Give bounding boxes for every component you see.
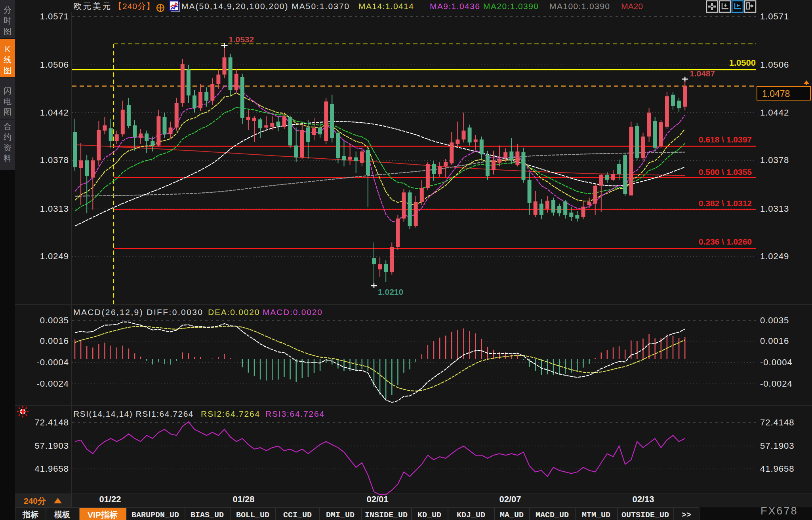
svg-text:1.0378: 1.0378 — [760, 155, 789, 165]
svg-text:闪: 闪 — [4, 86, 11, 95]
svg-text:合: 合 — [4, 122, 11, 131]
svg-text:1.0249: 1.0249 — [40, 251, 69, 261]
svg-text:72.4148: 72.4148 — [760, 418, 795, 427]
svg-text:MTM_UD: MTM_UD — [582, 511, 610, 520]
svg-text:57.1903: 57.1903 — [760, 441, 795, 451]
svg-text:BOLL_UD: BOLL_UD — [236, 511, 269, 520]
svg-text:1.0571: 1.0571 — [40, 11, 69, 21]
svg-text:1.0249: 1.0249 — [760, 251, 789, 261]
svg-text:MA20:1.0390: MA20:1.0390 — [483, 2, 539, 11]
svg-text:1.0442: 1.0442 — [40, 108, 69, 118]
svg-text:1.0442: 1.0442 — [760, 108, 789, 118]
svg-text:图: 图 — [4, 108, 11, 116]
svg-text:RSI(14,14,14) RSI1:64.7264: RSI(14,14,14) RSI1:64.7264 — [73, 409, 194, 418]
svg-text:1.0378: 1.0378 — [40, 155, 69, 165]
svg-text:MA20: MA20 — [621, 2, 643, 11]
svg-text:MACD_UD: MACD_UD — [536, 511, 569, 520]
svg-text:-0.0004: -0.0004 — [760, 357, 793, 367]
svg-text:DMI_UD: DMI_UD — [326, 511, 355, 520]
svg-text:02/13: 02/13 — [632, 494, 654, 504]
svg-text:电: 电 — [4, 97, 11, 106]
svg-text:1.0487: 1.0487 — [690, 69, 715, 78]
svg-text:72.4148: 72.4148 — [34, 418, 69, 427]
svg-text:02/01: 02/01 — [366, 494, 388, 504]
svg-text:BARUPDN_UD: BARUPDN_UD — [132, 511, 179, 520]
svg-text:41.9658: 41.9658 — [760, 464, 795, 474]
svg-text:MACD:0.0020: MACD:0.0020 — [263, 307, 323, 317]
svg-text:1.0478: 1.0478 — [762, 89, 790, 99]
svg-text:分: 分 — [4, 6, 11, 14]
svg-text:【240分】: 【240分】 — [114, 2, 155, 11]
svg-text:指标: 指标 — [22, 510, 38, 519]
svg-text:MA(50,14,9,20,100,200) MA50:1.: MA(50,14,9,20,100,200) MA50:1.0370 — [181, 2, 350, 11]
svg-text:01/28: 01/28 — [233, 494, 254, 504]
svg-text:MA_UD: MA_UD — [500, 511, 524, 520]
svg-text:时: 时 — [4, 16, 11, 25]
svg-text:0.236 \ 1.0260: 0.236 \ 1.0260 — [699, 237, 752, 246]
svg-text:INSIDE_UD: INSIDE_UD — [365, 511, 408, 520]
svg-text:欧元美元: 欧元美元 — [73, 2, 112, 11]
svg-text:1.0506: 1.0506 — [760, 60, 789, 70]
svg-text:>>: >> — [682, 511, 691, 520]
svg-text:MACD(26,12,9) DIFF:0.0030: MACD(26,12,9) DIFF:0.0030 — [73, 307, 203, 317]
svg-text:41.9658: 41.9658 — [34, 464, 69, 474]
svg-text:BIAS_UD: BIAS_UD — [191, 511, 224, 520]
svg-text:资: 资 — [4, 143, 11, 152]
svg-text:1.0313: 1.0313 — [760, 204, 789, 214]
svg-text:1.0571: 1.0571 — [760, 11, 789, 21]
svg-text:0.0035: 0.0035 — [760, 315, 789, 325]
svg-text:料: 料 — [4, 154, 11, 163]
svg-text:1.0532: 1.0532 — [229, 35, 254, 44]
svg-text:FX678: FX678 — [761, 505, 798, 517]
svg-text:1.0210: 1.0210 — [378, 287, 403, 296]
svg-text:1.0500: 1.0500 — [729, 58, 756, 68]
svg-text:CCI_UD: CCI_UD — [283, 511, 312, 520]
svg-text:MA100:1.0390: MA100:1.0390 — [549, 2, 610, 11]
svg-text:模板: 模板 — [54, 510, 71, 519]
svg-text:VIP指标: VIP指标 — [88, 510, 118, 519]
svg-text:0.0035: 0.0035 — [40, 315, 69, 325]
svg-text:K: K — [5, 45, 10, 53]
svg-text:0.382 \ 1.0312: 0.382 \ 1.0312 — [699, 199, 752, 208]
svg-text:1.0313: 1.0313 — [40, 204, 69, 214]
svg-text:0.0016: 0.0016 — [40, 336, 69, 346]
svg-text:0.618 \ 1.0397: 0.618 \ 1.0397 — [699, 135, 752, 144]
svg-text:-0.0024: -0.0024 — [36, 379, 69, 389]
svg-text:KDJ_UD: KDJ_UD — [457, 511, 485, 520]
svg-text:01/22: 01/22 — [99, 494, 121, 504]
svg-text:图: 图 — [4, 66, 11, 75]
svg-text:0.0016: 0.0016 — [760, 336, 789, 346]
svg-text:-0.0024: -0.0024 — [760, 379, 793, 389]
svg-text:OUTSIDE_UD: OUTSIDE_UD — [621, 511, 669, 520]
svg-text:RSI2:64.7264: RSI2:64.7264 — [201, 409, 260, 418]
svg-text:图: 图 — [4, 27, 11, 36]
svg-text:-0.0004: -0.0004 — [36, 357, 69, 367]
svg-text:MA14:1.0414: MA14:1.0414 — [358, 2, 414, 11]
svg-text:RSI3:64.7264: RSI3:64.7264 — [265, 409, 325, 418]
svg-text:线: 线 — [4, 55, 11, 64]
svg-text:02/07: 02/07 — [499, 494, 521, 504]
svg-text:240分: 240分 — [24, 496, 46, 505]
svg-text:0.500 \ 1.0355: 0.500 \ 1.0355 — [699, 167, 752, 176]
svg-text:DEA:0.0020: DEA:0.0020 — [208, 307, 260, 317]
svg-text:MA9:1.0436: MA9:1.0436 — [430, 2, 480, 11]
svg-text:57.1903: 57.1903 — [34, 441, 69, 451]
svg-text:约: 约 — [4, 133, 11, 141]
svg-text:1.0506: 1.0506 — [40, 60, 69, 70]
svg-text:KD_UD: KD_UD — [417, 511, 441, 520]
